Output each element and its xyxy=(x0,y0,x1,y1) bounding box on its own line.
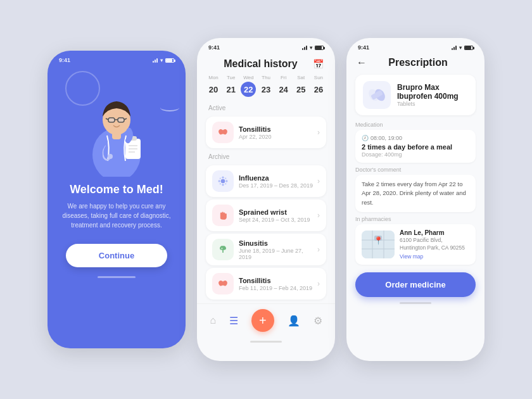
calendar-icon[interactable]: 📅 xyxy=(313,59,324,69)
archive-section-label: Archive xyxy=(197,151,335,163)
history-item-tonsillitis-active[interactable]: Tonsillitis Apr 22, 2020 › xyxy=(206,117,326,148)
svg-point-22 xyxy=(225,183,227,185)
signal-icon-2 xyxy=(302,45,307,50)
pill-svg xyxy=(368,86,386,104)
signal-icon-3 xyxy=(452,45,457,50)
cal-day-tue[interactable]: Tue 21 xyxy=(224,75,239,97)
influenza-icon xyxy=(217,175,229,187)
wifi-icon-2: ▾ xyxy=(310,45,312,51)
prescription-header: ← Prescription xyxy=(346,53,484,71)
map-thumbnail: 📍 xyxy=(362,231,395,258)
cal-day-sat[interactable]: Sat 25 xyxy=(293,75,308,97)
item-text-tonsillitis-active: Tonsillitis Apr 22, 2020 xyxy=(239,125,317,140)
comment-section-label: Doctor's comment xyxy=(355,167,476,173)
medical-history-screen: 9:41 ▾ Medical history 📅 Mon 20 Tue 21 W… xyxy=(197,38,335,361)
rx-instruction: 2 times a day before a meal xyxy=(362,143,469,151)
medication-type: Tablets xyxy=(397,101,468,107)
item-text-sinusitis: Sinusitis June 18, 2019 – June 27, 2019 xyxy=(239,239,317,260)
comment-box: Take 2 times every day from Apr 22 to Ap… xyxy=(355,175,476,212)
chevron-icon-influenza: › xyxy=(317,177,320,186)
medication-info: Brupro Max Ibuprofen 400mg Tablets xyxy=(397,83,468,107)
history-title: Medical history xyxy=(208,58,313,70)
history-header: Medical history 📅 xyxy=(197,53,335,72)
item-icon-tonsillitis-archive xyxy=(212,273,234,294)
nav-home-icon[interactable]: ⌂ xyxy=(210,315,216,326)
tonsil-icon xyxy=(217,126,229,139)
history-item-sinusitis[interactable]: Sinusitis June 18, 2019 – June 27, 2019 … xyxy=(206,234,326,265)
history-item-sprained[interactable]: Sprained wrist Sept 24, 2019 – Oct 3, 20… xyxy=(206,200,326,231)
svg-rect-4 xyxy=(108,118,115,122)
chevron-icon: › xyxy=(317,128,320,137)
hand-icon xyxy=(217,209,229,222)
view-map-link[interactable]: View map xyxy=(400,253,465,260)
calendar-strip: Mon 20 Tue 21 Wed 22 Thu 23 Fri 24 Sat 2… xyxy=(197,72,335,102)
status-time-2: 9:41 xyxy=(208,44,220,51)
bottom-nav: ⌂ ☰ + 👤 ⚙ xyxy=(197,303,335,338)
battery-icon-3 xyxy=(464,46,473,50)
pharmacy-address: 6100 Pacific Blvd,Huntington Park, CA 90… xyxy=(400,237,465,252)
order-medicine-button[interactable]: Order medicine xyxy=(355,272,476,297)
prescription-screen: 9:41 ▾ ← Prescription Brupro Max Ibuprof… xyxy=(346,38,484,361)
svg-point-19 xyxy=(220,178,222,180)
rx-dosage: Dosage: 400mg xyxy=(362,151,469,158)
medication-name: Brupro Max Ibuprofen 400mg xyxy=(397,83,468,101)
pill-icon xyxy=(363,81,391,109)
svg-point-1 xyxy=(108,154,113,159)
item-text-sprained: Sprained wrist Sept 24, 2019 – Oct 3, 20… xyxy=(239,208,317,223)
svg-point-21 xyxy=(220,183,222,185)
cal-day-sun[interactable]: Sun 26 xyxy=(311,75,326,97)
nav-person-icon[interactable]: 👤 xyxy=(288,315,300,327)
cal-day-mon[interactable]: Mon 20 xyxy=(206,75,221,97)
item-text-influenza: Influenza Des 17, 2019 – Des 28, 2019 xyxy=(239,174,317,189)
welcome-body: Welcome to Med! We are happy to help you… xyxy=(48,66,186,338)
nav-add-button[interactable]: + xyxy=(251,309,274,332)
status-icons-3: ▾ xyxy=(452,45,473,51)
cal-day-fri[interactable]: Fri 24 xyxy=(276,75,291,97)
battery-icon-2 xyxy=(315,46,324,50)
medication-details-box: 🕗 08:00, 19:00 2 times a day before a me… xyxy=(355,130,476,163)
status-bar-3: 9:41 ▾ xyxy=(346,38,484,53)
cal-day-thu[interactable]: Thu 23 xyxy=(258,75,274,97)
welcome-subtitle: We are happy to help you cure any diseas… xyxy=(60,201,173,230)
svg-point-15 xyxy=(222,177,224,179)
pharmacy-section: In pharmacies 📍 Ann Le, Pharm 6100 Pacif… xyxy=(346,213,484,266)
svg-point-18 xyxy=(225,180,227,182)
tonsil-icon-2 xyxy=(217,277,229,290)
rx-time: 🕗 08:00, 19:00 xyxy=(362,135,469,141)
sinusitis-icon xyxy=(217,243,229,256)
item-icon-influenza xyxy=(212,170,234,192)
wave-decoration xyxy=(160,104,179,111)
history-item-influenza[interactable]: Influenza Des 17, 2019 – Des 28, 2019 › xyxy=(206,165,326,197)
comment-section: Doctor's comment Take 2 times every day … xyxy=(346,164,484,213)
item-icon-sinusitis xyxy=(212,239,234,260)
welcome-title: Welcome to Med! xyxy=(60,183,173,196)
chevron-icon-tonsillitis: › xyxy=(317,279,320,288)
status-time: 9:41 xyxy=(59,57,70,63)
status-icons-2: ▾ xyxy=(302,45,324,51)
svg-point-23 xyxy=(221,248,223,250)
prescription-title: Prescription xyxy=(372,57,464,68)
status-bar-2: 9:41 ▾ xyxy=(197,38,335,53)
history-item-tonsillitis-archive[interactable]: Tonsillitis Feb 11, 2019 – Feb 24, 2019 … xyxy=(206,268,326,300)
wifi-icon: ▾ xyxy=(160,58,163,63)
map-svg: 📍 xyxy=(362,231,395,258)
active-section-label: Active xyxy=(197,102,335,114)
nav-list-icon[interactable]: ☰ xyxy=(229,315,238,327)
battery-icon xyxy=(165,58,174,63)
continue-button[interactable]: Continue xyxy=(66,244,167,267)
medication-section-label: Medication xyxy=(355,122,476,128)
nav-settings-icon[interactable]: ⚙ xyxy=(314,315,322,327)
item-text-tonsillitis-archive: Tonsillitis Feb 11, 2019 – Feb 24, 2019 xyxy=(239,277,317,291)
status-bar-1: 9:41 ▾ xyxy=(48,51,186,66)
cal-day-wed[interactable]: Wed 22 xyxy=(241,75,256,97)
circle-decoration xyxy=(65,71,100,106)
chevron-icon-sinusitis: › xyxy=(317,245,320,254)
chevron-icon-sprained: › xyxy=(317,211,320,220)
item-icon-tonsillitis-active xyxy=(212,122,234,143)
back-button[interactable]: ← xyxy=(357,57,367,68)
signal-icon xyxy=(153,58,158,63)
pharmacy-details: Ann Le, Pharm 6100 Pacific Blvd,Huntingt… xyxy=(400,229,465,260)
welcome-text: Welcome to Med! We are happy to help you… xyxy=(60,183,173,230)
pharmacy-box: 📍 Ann Le, Pharm 6100 Pacific Blvd,Huntin… xyxy=(355,224,476,265)
clock-icon: 🕗 xyxy=(362,135,369,141)
